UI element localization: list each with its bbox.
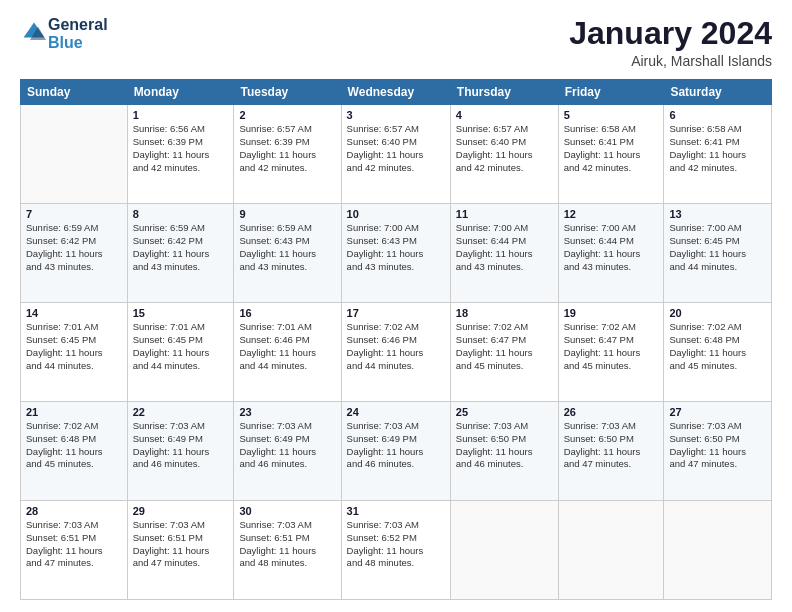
logo-icon <box>22 20 46 44</box>
column-header-monday: Monday <box>127 80 234 105</box>
day-cell: 22Sunrise: 7:03 AMSunset: 6:49 PMDayligh… <box>127 402 234 501</box>
day-number: 7 <box>26 208 122 220</box>
day-detail: Sunrise: 7:03 AMSunset: 6:51 PMDaylight:… <box>133 519 229 570</box>
column-header-tuesday: Tuesday <box>234 80 341 105</box>
day-cell: 1Sunrise: 6:56 AMSunset: 6:39 PMDaylight… <box>127 105 234 204</box>
day-detail: Sunrise: 7:00 AMSunset: 6:43 PMDaylight:… <box>347 222 445 273</box>
day-detail: Sunrise: 6:57 AMSunset: 6:40 PMDaylight:… <box>456 123 553 174</box>
calendar-header-row: SundayMondayTuesdayWednesdayThursdayFrid… <box>21 80 772 105</box>
day-number: 10 <box>347 208 445 220</box>
day-number: 1 <box>133 109 229 121</box>
day-number: 5 <box>564 109 659 121</box>
logo: General Blue <box>20 16 108 51</box>
day-cell: 21Sunrise: 7:02 AMSunset: 6:48 PMDayligh… <box>21 402 128 501</box>
column-header-wednesday: Wednesday <box>341 80 450 105</box>
day-cell <box>664 501 772 600</box>
day-detail: Sunrise: 7:02 AMSunset: 6:46 PMDaylight:… <box>347 321 445 372</box>
day-number: 13 <box>669 208 766 220</box>
header: General Blue January 2024 Airuk, Marshal… <box>20 16 772 69</box>
day-number: 11 <box>456 208 553 220</box>
week-row-4: 28Sunrise: 7:03 AMSunset: 6:51 PMDayligh… <box>21 501 772 600</box>
week-row-3: 21Sunrise: 7:02 AMSunset: 6:48 PMDayligh… <box>21 402 772 501</box>
day-number: 28 <box>26 505 122 517</box>
day-detail: Sunrise: 7:00 AMSunset: 6:44 PMDaylight:… <box>456 222 553 273</box>
day-cell: 14Sunrise: 7:01 AMSunset: 6:45 PMDayligh… <box>21 303 128 402</box>
day-cell: 18Sunrise: 7:02 AMSunset: 6:47 PMDayligh… <box>450 303 558 402</box>
day-detail: Sunrise: 6:57 AMSunset: 6:39 PMDaylight:… <box>239 123 335 174</box>
month-title: January 2024 <box>569 16 772 51</box>
day-cell <box>450 501 558 600</box>
day-number: 22 <box>133 406 229 418</box>
page: General Blue January 2024 Airuk, Marshal… <box>0 0 792 612</box>
day-number: 23 <box>239 406 335 418</box>
day-cell <box>558 501 664 600</box>
day-number: 20 <box>669 307 766 319</box>
day-cell: 23Sunrise: 7:03 AMSunset: 6:49 PMDayligh… <box>234 402 341 501</box>
column-header-saturday: Saturday <box>664 80 772 105</box>
day-detail: Sunrise: 7:02 AMSunset: 6:47 PMDaylight:… <box>456 321 553 372</box>
day-detail: Sunrise: 7:03 AMSunset: 6:50 PMDaylight:… <box>564 420 659 471</box>
day-detail: Sunrise: 7:02 AMSunset: 6:48 PMDaylight:… <box>669 321 766 372</box>
day-detail: Sunrise: 7:01 AMSunset: 6:45 PMDaylight:… <box>133 321 229 372</box>
day-number: 24 <box>347 406 445 418</box>
day-cell: 2Sunrise: 6:57 AMSunset: 6:39 PMDaylight… <box>234 105 341 204</box>
day-detail: Sunrise: 6:59 AMSunset: 6:42 PMDaylight:… <box>26 222 122 273</box>
day-cell: 8Sunrise: 6:59 AMSunset: 6:42 PMDaylight… <box>127 204 234 303</box>
logo-line2: Blue <box>48 34 108 52</box>
day-cell: 17Sunrise: 7:02 AMSunset: 6:46 PMDayligh… <box>341 303 450 402</box>
day-detail: Sunrise: 7:03 AMSunset: 6:49 PMDaylight:… <box>239 420 335 471</box>
day-cell: 3Sunrise: 6:57 AMSunset: 6:40 PMDaylight… <box>341 105 450 204</box>
day-cell: 7Sunrise: 6:59 AMSunset: 6:42 PMDaylight… <box>21 204 128 303</box>
day-detail: Sunrise: 7:03 AMSunset: 6:51 PMDaylight:… <box>239 519 335 570</box>
location: Airuk, Marshall Islands <box>569 53 772 69</box>
day-number: 31 <box>347 505 445 517</box>
day-cell: 31Sunrise: 7:03 AMSunset: 6:52 PMDayligh… <box>341 501 450 600</box>
day-number: 15 <box>133 307 229 319</box>
day-number: 25 <box>456 406 553 418</box>
day-cell: 25Sunrise: 7:03 AMSunset: 6:50 PMDayligh… <box>450 402 558 501</box>
day-detail: Sunrise: 7:03 AMSunset: 6:49 PMDaylight:… <box>133 420 229 471</box>
day-number: 14 <box>26 307 122 319</box>
calendar-body: 1Sunrise: 6:56 AMSunset: 6:39 PMDaylight… <box>21 105 772 600</box>
week-row-1: 7Sunrise: 6:59 AMSunset: 6:42 PMDaylight… <box>21 204 772 303</box>
day-cell: 4Sunrise: 6:57 AMSunset: 6:40 PMDaylight… <box>450 105 558 204</box>
column-header-thursday: Thursday <box>450 80 558 105</box>
day-number: 18 <box>456 307 553 319</box>
day-cell: 27Sunrise: 7:03 AMSunset: 6:50 PMDayligh… <box>664 402 772 501</box>
day-detail: Sunrise: 6:58 AMSunset: 6:41 PMDaylight:… <box>669 123 766 174</box>
day-detail: Sunrise: 7:01 AMSunset: 6:46 PMDaylight:… <box>239 321 335 372</box>
day-cell: 16Sunrise: 7:01 AMSunset: 6:46 PMDayligh… <box>234 303 341 402</box>
day-detail: Sunrise: 7:03 AMSunset: 6:52 PMDaylight:… <box>347 519 445 570</box>
day-detail: Sunrise: 7:03 AMSunset: 6:50 PMDaylight:… <box>456 420 553 471</box>
day-detail: Sunrise: 6:59 AMSunset: 6:42 PMDaylight:… <box>133 222 229 273</box>
week-row-0: 1Sunrise: 6:56 AMSunset: 6:39 PMDaylight… <box>21 105 772 204</box>
day-number: 9 <box>239 208 335 220</box>
day-cell: 26Sunrise: 7:03 AMSunset: 6:50 PMDayligh… <box>558 402 664 501</box>
day-cell: 19Sunrise: 7:02 AMSunset: 6:47 PMDayligh… <box>558 303 664 402</box>
day-number: 6 <box>669 109 766 121</box>
day-detail: Sunrise: 7:01 AMSunset: 6:45 PMDaylight:… <box>26 321 122 372</box>
calendar-table: SundayMondayTuesdayWednesdayThursdayFrid… <box>20 79 772 600</box>
week-row-2: 14Sunrise: 7:01 AMSunset: 6:45 PMDayligh… <box>21 303 772 402</box>
day-cell: 9Sunrise: 6:59 AMSunset: 6:43 PMDaylight… <box>234 204 341 303</box>
column-header-friday: Friday <box>558 80 664 105</box>
day-cell: 15Sunrise: 7:01 AMSunset: 6:45 PMDayligh… <box>127 303 234 402</box>
day-detail: Sunrise: 7:03 AMSunset: 6:49 PMDaylight:… <box>347 420 445 471</box>
day-cell: 28Sunrise: 7:03 AMSunset: 6:51 PMDayligh… <box>21 501 128 600</box>
day-number: 12 <box>564 208 659 220</box>
day-cell: 6Sunrise: 6:58 AMSunset: 6:41 PMDaylight… <box>664 105 772 204</box>
day-number: 19 <box>564 307 659 319</box>
day-cell: 5Sunrise: 6:58 AMSunset: 6:41 PMDaylight… <box>558 105 664 204</box>
day-detail: Sunrise: 6:56 AMSunset: 6:39 PMDaylight:… <box>133 123 229 174</box>
day-number: 21 <box>26 406 122 418</box>
day-detail: Sunrise: 6:58 AMSunset: 6:41 PMDaylight:… <box>564 123 659 174</box>
day-detail: Sunrise: 7:03 AMSunset: 6:51 PMDaylight:… <box>26 519 122 570</box>
day-detail: Sunrise: 7:00 AMSunset: 6:44 PMDaylight:… <box>564 222 659 273</box>
day-cell: 13Sunrise: 7:00 AMSunset: 6:45 PMDayligh… <box>664 204 772 303</box>
day-cell: 20Sunrise: 7:02 AMSunset: 6:48 PMDayligh… <box>664 303 772 402</box>
day-cell: 29Sunrise: 7:03 AMSunset: 6:51 PMDayligh… <box>127 501 234 600</box>
day-detail: Sunrise: 6:59 AMSunset: 6:43 PMDaylight:… <box>239 222 335 273</box>
day-number: 16 <box>239 307 335 319</box>
day-cell: 30Sunrise: 7:03 AMSunset: 6:51 PMDayligh… <box>234 501 341 600</box>
day-number: 17 <box>347 307 445 319</box>
